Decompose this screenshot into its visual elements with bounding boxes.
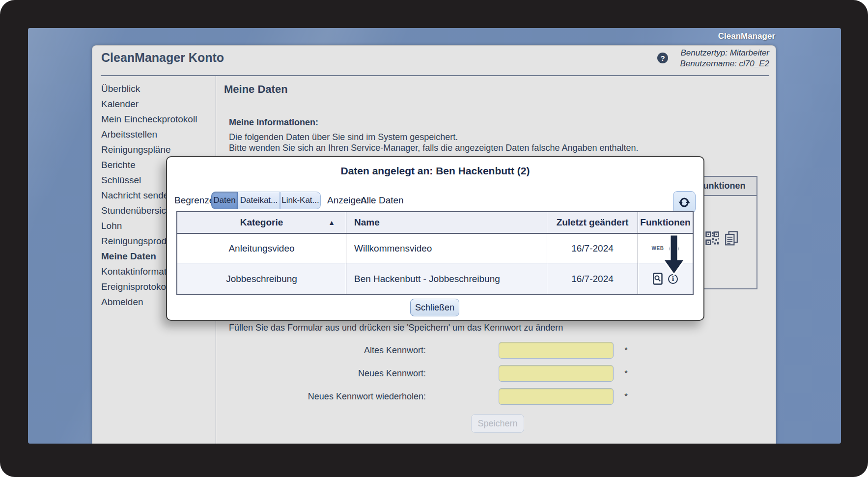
- required-marker: *: [624, 368, 628, 379]
- new-password-input[interactable]: [499, 365, 614, 382]
- cell-funktionen: WEB i: [638, 234, 693, 263]
- password-instruction: Füllen Sie das Formular aus und drücken …: [229, 323, 563, 333]
- info-line-2: Bitte wenden Sie sich an Ihren Service-M…: [229, 143, 639, 153]
- refresh-icon: [678, 196, 690, 208]
- dialog-title: Daten angelegt an: Ben Hackenbutt (2): [167, 165, 703, 177]
- password-row-old: Altes Kennwort: *: [229, 342, 628, 359]
- old-password-label: Altes Kennwort:: [229, 345, 426, 356]
- show-value[interactable]: Alle Daten: [361, 192, 404, 209]
- column-header-kategorie[interactable]: Kategorie ▲: [177, 212, 346, 234]
- data-dialog: Daten angelegt an: Ben Hackenbutt (2) Be…: [166, 156, 704, 321]
- column-header-name[interactable]: Name: [346, 212, 547, 234]
- dialog-table: Kategorie ▲ Name Zuletzt geändert Funkti…: [176, 211, 694, 295]
- column-header-funktionen: Funktionen: [638, 212, 693, 234]
- cell-changed: 16/7-2024: [547, 234, 638, 263]
- tab-linkkategorien[interactable]: Link-Kat...: [280, 192, 321, 209]
- kategorie-header-label: Kategorie: [240, 217, 283, 228]
- info-icon[interactable]: i: [669, 244, 679, 253]
- user-info: Benutzertyp: Mitarbeiter Benutzername: c…: [680, 48, 769, 69]
- close-button[interactable]: Schließen: [410, 299, 459, 316]
- password-row-new: Neues Kennwort: *: [229, 365, 628, 382]
- sort-asc-icon[interactable]: ▲: [328, 219, 335, 226]
- page-title: CleanManager Konto: [101, 51, 224, 65]
- device-frame: CleanManager CleanManager Konto ? Benutz…: [0, 0, 868, 477]
- required-marker: *: [624, 345, 628, 356]
- content-title: Meine Daten: [224, 83, 288, 96]
- info-icon[interactable]: i: [668, 274, 678, 284]
- column-header-zuletzt-geaendert[interactable]: Zuletzt geändert: [547, 212, 638, 234]
- cell-name: Ben Hackenbutt - Jobbeschreibung: [346, 263, 547, 294]
- required-marker: *: [624, 392, 628, 402]
- sidebar-item-reinigungsplaene[interactable]: Reinigungspläne: [101, 142, 215, 157]
- brand-logo-text: CleanManager: [718, 31, 775, 41]
- sidebar-item-kalender[interactable]: Kalender: [101, 96, 215, 112]
- preview-document-icon[interactable]: [653, 273, 663, 285]
- browser-viewport: CleanManager CleanManager Konto ? Benutz…: [28, 28, 841, 444]
- cell-name: Willkommensvideo: [346, 234, 547, 263]
- refresh-button[interactable]: [673, 191, 696, 213]
- table-row: Jobbeschreibung Ben Hackenbutt - Jobbesc…: [177, 263, 693, 294]
- table-header-row: Kategorie ▲ Name Zuletzt geändert Funkti…: [177, 212, 693, 234]
- cell-funktionen: i: [638, 263, 693, 294]
- cell-kategorie: Anleitungsvideo: [177, 234, 346, 263]
- filter-tab-group: Daten Dateikat... Link-Kat...: [211, 192, 321, 209]
- sidebar-item-arbeitsstellen[interactable]: Arbeitsstellen: [101, 127, 215, 142]
- help-icon[interactable]: ?: [657, 53, 668, 63]
- info-heading: Meine Informationen:: [229, 117, 318, 128]
- info-line-1: Die folgenden Daten über Sie sind im Sys…: [229, 132, 458, 142]
- new-password-label: Neues Kennwort:: [229, 368, 426, 379]
- repeat-password-input[interactable]: [499, 388, 614, 405]
- old-password-input[interactable]: [499, 342, 614, 359]
- save-button[interactable]: Speichern: [471, 414, 524, 433]
- tab-daten[interactable]: Daten: [211, 192, 238, 209]
- cell-kategorie: Jobbeschreibung: [177, 263, 346, 294]
- copy-documents-icon[interactable]: [725, 231, 738, 246]
- screenshot-canvas: CleanManager CleanManager Konto ? Benutz…: [0, 0, 868, 477]
- user-name-label: Benutzername: cl70_E2: [680, 58, 769, 69]
- web-link-icon[interactable]: WEB: [652, 246, 664, 251]
- sidebar-item-eincheckprotokoll[interactable]: Mein Eincheckprotokoll: [101, 112, 215, 127]
- header-divider: [101, 75, 769, 76]
- qr-code-icon[interactable]: [705, 231, 720, 246]
- tab-dateikategorien[interactable]: Dateikat...: [238, 192, 280, 209]
- table-row: Anleitungsvideo Willkommensvideo 16/7-20…: [177, 234, 693, 263]
- user-type-label: Benutzertyp: Mitarbeiter: [680, 48, 769, 58]
- repeat-password-label: Neues Kennwort wiederholen:: [229, 392, 426, 402]
- cell-changed: 16/7-2024: [547, 263, 638, 294]
- password-row-repeat: Neues Kennwort wiederholen: *: [229, 388, 628, 405]
- sidebar-item-ueberblick[interactable]: Überblick: [101, 81, 215, 96]
